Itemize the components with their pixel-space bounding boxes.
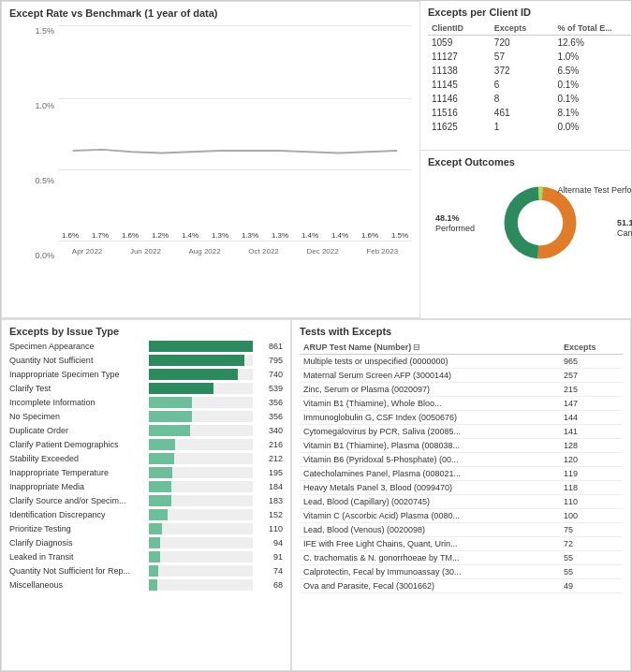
- test-name-cell: Vitamin B6 (Pyridoxal 5-Phosphate) (00..…: [300, 453, 560, 467]
- donut-label-canceled: 51.1%Canceled: [617, 218, 632, 239]
- test-name-cell: Cytomegalovirus by PCR, Saliva (20085...: [300, 425, 560, 439]
- bar-value-label: 1.3%: [212, 231, 228, 240]
- hbar-value: 740: [257, 370, 283, 379]
- table-cell: 1: [491, 120, 554, 134]
- test-value-cell: 257: [560, 369, 623, 383]
- hbar-fill: [149, 495, 171, 506]
- table-cell: 11127: [428, 50, 491, 64]
- test-name-cell: Lead, Blood (Venous) (0020098): [300, 523, 560, 537]
- list-item: Clarify Source and/or Specim...183: [9, 495, 283, 506]
- client-table-header: Excepts: [491, 22, 554, 36]
- test-value-cell: 72: [560, 537, 623, 551]
- table-cell: 8: [491, 92, 554, 106]
- y-label-4: 0.0%: [28, 251, 54, 260]
- x-axis: Apr 2022Jun 2022Aug 2022Oct 2022Dec 2022…: [58, 241, 412, 260]
- table-cell: 0.1%: [553, 92, 632, 106]
- y-label-3: 0.5%: [28, 176, 54, 185]
- table-row: 11127571.0%: [428, 50, 632, 64]
- table-row: Vitamin C (Ascorbic Acid) Plasma (0080..…: [300, 509, 623, 523]
- bar-chart-area: 1.5% 1.0% 0.5% 0.0% 1.6%1.7%1.6%1.2%1.4%…: [9, 26, 412, 298]
- top-row: Except Rate vs Benchmark (1 year of data…: [1, 1, 631, 319]
- hbar-track: [149, 453, 253, 464]
- table-row: 111383726.5%: [428, 64, 632, 78]
- hbar-fill: [149, 509, 168, 520]
- list-item: Inappropriate Specimen Type740: [9, 369, 283, 380]
- hbar-value: 861: [257, 342, 283, 351]
- x-axis-label: Apr 2022: [72, 247, 102, 256]
- hbar-fill: [149, 551, 160, 562]
- donut-container: 48.1%Performed 51.1%Canceled 2.1%Alterna…: [428, 171, 632, 274]
- table-row: IFE with Free Light Chains, Quant, Urin.…: [300, 537, 623, 551]
- test-value-cell: 55: [560, 565, 623, 579]
- hbar-track: [149, 341, 253, 352]
- hbar-track: [149, 439, 253, 450]
- hbar-value: 356: [257, 398, 283, 407]
- hbar-fill: [149, 453, 174, 464]
- bar-value-label: 1.2%: [152, 231, 169, 240]
- hbar-value: 539: [257, 384, 283, 393]
- hbar-track: [149, 425, 253, 436]
- hbar-fill: [149, 341, 253, 352]
- client-table-header: ClientID: [428, 22, 491, 36]
- x-axis-label: Aug 2022: [188, 247, 220, 256]
- x-axis-label: Jun 2022: [130, 247, 161, 256]
- table-row: Zinc, Serum or Plasma (0020097)215: [300, 383, 623, 397]
- bar-group: 1.6%: [58, 231, 82, 241]
- hbar-track: [149, 411, 253, 422]
- table-cell: 0.0%: [553, 120, 632, 134]
- test-value-cell: 55: [560, 551, 623, 565]
- table-row: Vitamin B1 (Thiamine), Plasma (008038...…: [300, 439, 623, 453]
- list-item: Clarify Test539: [9, 383, 283, 394]
- hbar-track: [149, 551, 253, 562]
- tests-panel: Tests with Excepts ARUP Test Name (Numbe…: [291, 319, 631, 671]
- hbar-label: Prioritize Testing: [9, 524, 145, 533]
- hbar-label: Specimen Appearance: [9, 342, 145, 351]
- table-row: 1114680.1%: [428, 92, 632, 106]
- client-id-panel: Excepts per Client ID ClientIDExcepts% o…: [420, 1, 632, 151]
- hbar-track: [149, 383, 253, 394]
- donut-segment: [537, 187, 576, 259]
- bar-value-label: 1.4%: [331, 231, 348, 240]
- test-name-cell: Immunoglobulin G, CSF Index (0050676): [300, 411, 560, 425]
- test-name-cell: Heavy Metals Panel 3, Blood (0099470): [300, 481, 560, 495]
- test-name-cell: Multiple tests or unspecified (0000000): [300, 355, 560, 369]
- test-name-cell: Zinc, Serum or Plasma (0020097): [300, 383, 560, 397]
- bar-value-label: 1.4%: [182, 231, 198, 240]
- test-value-cell: 118: [560, 481, 623, 495]
- y-label-1: 1.5%: [28, 26, 54, 36]
- bar-value-label: 1.4%: [301, 231, 318, 240]
- test-name-cell: Vitamin B1 (Thiamine), Plasma (008038...: [300, 439, 560, 453]
- hbar-value: 94: [257, 538, 283, 548]
- bars-container: 1.6%1.7%1.6%1.2%1.4%1.3%1.3%1.3%1.4%1.4%…: [58, 26, 412, 241]
- table-cell: 1059: [428, 36, 491, 51]
- table-row: 1162510.0%: [428, 120, 632, 134]
- hbar-track: [149, 369, 253, 380]
- table-row: Catecholamines Panel, Plasma (008021...1…: [300, 467, 623, 481]
- bar-value-label: 1.3%: [242, 231, 258, 240]
- table-row: Vitamin B1 (Thiamine), Whole Bloo...147: [300, 397, 623, 411]
- table-cell: 11516: [428, 106, 491, 120]
- bar-group: 1.3%: [268, 231, 292, 241]
- table-cell: 372: [491, 64, 554, 78]
- test-value-cell: 75: [560, 523, 623, 537]
- list-item: Identification Discrepancy152: [9, 509, 283, 520]
- list-item: Stability Exceeded212: [9, 453, 283, 464]
- table-cell: 11145: [428, 78, 491, 92]
- tests-table: ARUP Test Name (Number) ⊟ExceptsMultiple…: [300, 341, 623, 593]
- list-item: Prioritize Testing110: [9, 523, 283, 534]
- list-item: Leaked in Transit91: [9, 551, 283, 562]
- list-item: Clarify Patient Demographics216: [9, 439, 283, 450]
- table-row: 105972012.6%: [428, 36, 632, 51]
- test-name-cell: Calprotectin, Fecal by Immunoassay (30..…: [300, 565, 560, 579]
- hbar-label: Clarify Patient Demographics: [9, 440, 145, 449]
- list-item: Miscellaneous68: [9, 579, 283, 591]
- filter-icon[interactable]: ⊟: [413, 343, 420, 352]
- hbar-track: [149, 495, 253, 506]
- test-name-cell: IFE with Free Light Chains, Quant, Urin.…: [300, 537, 560, 551]
- issue-type-title: Excepts by Issue Type: [9, 326, 283, 337]
- list-item: Incomplete Information356: [9, 397, 283, 408]
- table-row: Calprotectin, Fecal by Immunoassay (30..…: [300, 565, 623, 579]
- chart-inner: 1.5% 1.0% 0.5% 0.0% 1.6%1.7%1.6%1.2%1.4%…: [28, 26, 412, 260]
- hbar-track: [149, 537, 253, 548]
- hbar-track: [149, 523, 253, 534]
